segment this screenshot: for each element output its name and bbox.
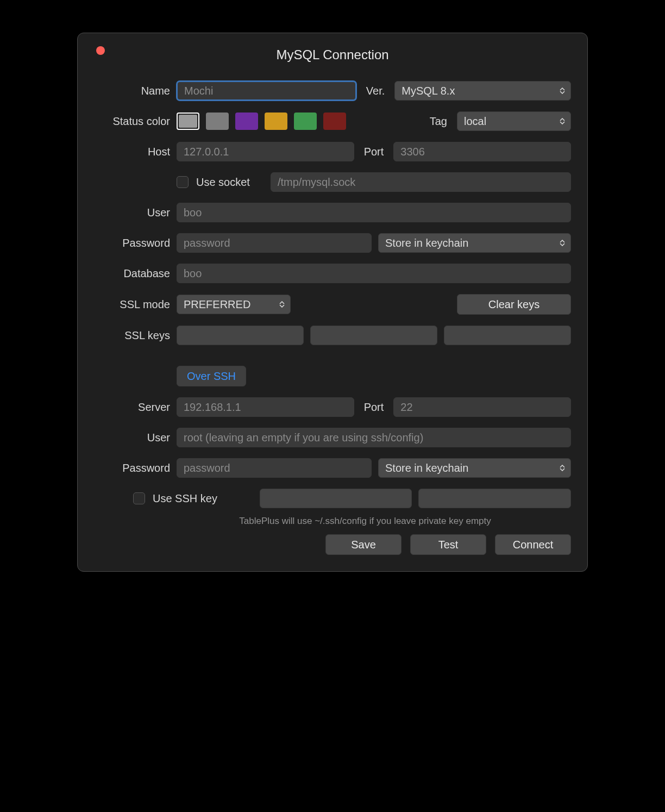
ssh-server-input[interactable] bbox=[177, 397, 354, 417]
label-host: Host bbox=[94, 146, 170, 158]
name-input[interactable] bbox=[177, 81, 356, 101]
test-button[interactable]: Test bbox=[410, 534, 486, 555]
password-store-select[interactable]: Store in keychain bbox=[378, 233, 571, 253]
label-port: Port bbox=[361, 146, 387, 158]
ssl-key-1[interactable] bbox=[177, 326, 304, 345]
label-version: Ver. bbox=[363, 85, 388, 97]
tag-select[interactable]: local bbox=[457, 111, 571, 131]
ssl-mode-select[interactable]: PREFERRED bbox=[177, 295, 291, 314]
label-ssh-user: User bbox=[94, 432, 170, 444]
ssh-user-input[interactable] bbox=[177, 428, 571, 447]
status-color-swatch[interactable] bbox=[177, 113, 199, 130]
ssl-key-2[interactable] bbox=[310, 326, 437, 345]
save-button[interactable]: Save bbox=[325, 534, 401, 555]
chevron-updown-icon bbox=[559, 88, 566, 94]
version-select[interactable]: MySQL 8.x bbox=[394, 81, 571, 101]
label-ssl-keys: SSL keys bbox=[94, 329, 170, 342]
chevron-updown-icon bbox=[559, 240, 566, 246]
ssh-password-input[interactable] bbox=[177, 458, 372, 478]
status-color-swatch[interactable] bbox=[294, 113, 317, 130]
status-color-swatch[interactable] bbox=[265, 113, 287, 130]
label-name: Name bbox=[94, 85, 170, 97]
label-tag: Tag bbox=[426, 115, 450, 128]
ssh-port-input[interactable] bbox=[393, 397, 571, 417]
ssh-password-store-value: Store in keychain bbox=[385, 462, 468, 474]
titlebar: MySQL Connection bbox=[94, 43, 571, 67]
clear-keys-button[interactable]: Clear keys bbox=[457, 294, 571, 315]
connection-dialog: MySQL Connection Name Ver. MySQL 8.x Sta… bbox=[77, 33, 588, 572]
label-database: Database bbox=[94, 267, 170, 280]
status-color-swatch[interactable] bbox=[235, 113, 258, 130]
tag-value: local bbox=[464, 115, 486, 128]
ssh-key-path-2[interactable] bbox=[418, 489, 571, 508]
label-ssh-server: Server bbox=[94, 401, 170, 414]
ssh-key-path-1[interactable] bbox=[260, 489, 412, 508]
host-input[interactable] bbox=[177, 142, 354, 161]
dialog-title: MySQL Connection bbox=[276, 47, 388, 63]
chevron-updown-icon bbox=[559, 465, 566, 471]
database-input[interactable] bbox=[177, 264, 571, 283]
use-socket-checkbox[interactable] bbox=[177, 176, 189, 188]
status-color-swatch[interactable] bbox=[206, 113, 229, 130]
label-user: User bbox=[94, 207, 170, 219]
label-use-ssh-key: Use SSH key bbox=[152, 492, 221, 505]
status-color-swatch[interactable] bbox=[323, 113, 346, 130]
label-password: Password bbox=[94, 237, 170, 249]
ssh-password-store-select[interactable]: Store in keychain bbox=[378, 458, 571, 478]
socket-input[interactable] bbox=[271, 172, 571, 192]
over-ssh-button[interactable]: Over SSH bbox=[177, 366, 246, 386]
status-color-swatches bbox=[177, 113, 346, 130]
ssl-mode-value: PREFERRED bbox=[184, 298, 250, 311]
ssl-key-3[interactable] bbox=[444, 326, 571, 345]
label-ssh-port: Port bbox=[361, 401, 387, 414]
chevron-updown-icon bbox=[278, 301, 286, 308]
connect-button[interactable]: Connect bbox=[495, 534, 571, 555]
password-input[interactable] bbox=[177, 233, 372, 253]
ssh-key-hint: TablePlus will use ~/.ssh/config if you … bbox=[94, 516, 571, 527]
version-value: MySQL 8.x bbox=[401, 85, 455, 97]
label-use-socket: Use socket bbox=[195, 176, 253, 189]
password-store-value: Store in keychain bbox=[385, 237, 468, 249]
label-ssl-mode: SSL mode bbox=[94, 298, 170, 311]
chevron-updown-icon bbox=[559, 118, 566, 124]
user-input[interactable] bbox=[177, 203, 571, 222]
close-icon[interactable] bbox=[96, 46, 105, 55]
port-input[interactable] bbox=[393, 142, 571, 161]
label-ssh-password: Password bbox=[94, 462, 170, 474]
use-ssh-key-checkbox[interactable] bbox=[133, 492, 145, 504]
label-status-color: Status color bbox=[94, 115, 170, 128]
